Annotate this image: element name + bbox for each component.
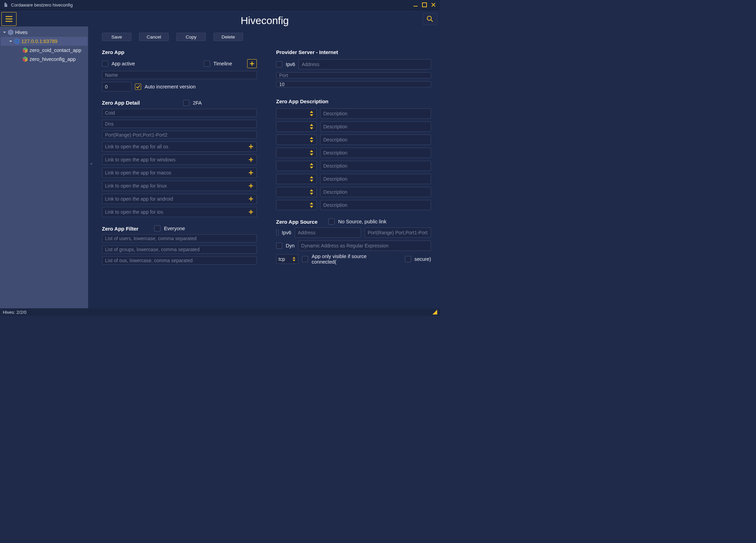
provider-port-input[interactable] bbox=[276, 72, 431, 78]
add-link-ios-button[interactable] bbox=[247, 208, 255, 216]
add-link-android-button[interactable] bbox=[247, 195, 255, 203]
hive-tree[interactable]: Hives 127.0.0.1:63789 zero_coid_contact bbox=[0, 26, 88, 308]
add-link-all-button[interactable] bbox=[247, 142, 255, 151]
spinner-arrows-icon[interactable] bbox=[309, 123, 315, 131]
provider-ipv6-checkbox[interactable] bbox=[276, 61, 282, 67]
window-controls bbox=[412, 1, 437, 8]
desc-input[interactable] bbox=[320, 161, 431, 171]
page-header: Hiveconfig bbox=[90, 11, 440, 30]
source-port-input[interactable] bbox=[365, 227, 431, 238]
link-ios-input[interactable] bbox=[102, 207, 247, 217]
search-button[interactable] bbox=[423, 13, 437, 25]
spinner-arrows-icon[interactable] bbox=[309, 162, 315, 170]
tree-leaf-label: zero_hiveconfig_app bbox=[30, 56, 76, 62]
timeline-checkbox[interactable] bbox=[204, 61, 210, 67]
no-source-checkbox[interactable] bbox=[328, 219, 335, 225]
provider-value-input[interactable] bbox=[276, 81, 431, 87]
only-visible-checkbox[interactable] bbox=[302, 256, 308, 262]
desc-input[interactable] bbox=[320, 135, 431, 145]
ous-input[interactable] bbox=[102, 256, 257, 265]
desc-input[interactable] bbox=[320, 148, 431, 158]
desc-row bbox=[276, 174, 431, 184]
port-range-input[interactable] bbox=[102, 131, 257, 139]
protocol-select[interactable]: tcp bbox=[276, 254, 298, 264]
resize-grip-icon[interactable] bbox=[432, 310, 437, 315]
dyn-checkbox[interactable] bbox=[276, 243, 282, 249]
add-link-macos-button[interactable] bbox=[247, 169, 255, 177]
spinner-arrows-icon[interactable] bbox=[309, 136, 315, 144]
add-link-windows-button[interactable] bbox=[247, 156, 255, 164]
link-android-input[interactable] bbox=[102, 194, 247, 204]
window-title: Cordaware bestzero hiveconfig bbox=[11, 2, 73, 8]
desc-order-spinner[interactable] bbox=[276, 187, 317, 197]
secure-label: secure) bbox=[414, 256, 431, 262]
close-button[interactable] bbox=[430, 1, 437, 8]
tree-leaf-hiveconfig[interactable]: zero_hiveconfig_app bbox=[1, 55, 87, 64]
spinner-arrows-icon[interactable] bbox=[309, 149, 315, 157]
desc-order-spinner[interactable] bbox=[276, 121, 317, 132]
caret-down-icon[interactable] bbox=[8, 40, 13, 43]
dns-input[interactable] bbox=[102, 120, 257, 128]
link-linux-input[interactable] bbox=[102, 181, 247, 191]
tree-leaf-coid[interactable]: zero_coid_contact_app bbox=[1, 46, 87, 55]
copy-button[interactable]: Copy bbox=[176, 33, 206, 41]
link-android-row bbox=[102, 194, 257, 204]
desc-input[interactable] bbox=[320, 200, 431, 210]
desc-order-spinner[interactable] bbox=[276, 174, 317, 184]
desc-row bbox=[276, 121, 431, 132]
tree-host[interactable]: 127.0.0.1:63789 bbox=[1, 37, 87, 46]
source-ipv6-checkbox[interactable] bbox=[276, 230, 279, 236]
add-link-linux-button[interactable] bbox=[247, 182, 255, 190]
secure-checkbox[interactable] bbox=[405, 256, 411, 262]
tree-root-hives[interactable]: Hives bbox=[1, 28, 87, 37]
link-ios-row bbox=[102, 207, 257, 217]
spinner-arrows-icon[interactable] bbox=[309, 188, 315, 196]
no-source-label: No Source, public link bbox=[338, 219, 386, 224]
coid-input[interactable] bbox=[102, 109, 257, 117]
link-all-input[interactable] bbox=[102, 142, 247, 151]
delete-button[interactable]: Delete bbox=[213, 33, 243, 41]
cancel-button[interactable]: Cancel bbox=[139, 33, 169, 41]
right-column: Provider Server - Internet Ipv6 Zero App… bbox=[276, 47, 431, 265]
statusbar: Hives: 2/2/0 bbox=[0, 308, 440, 316]
section-zero-app-source: Zero App Source bbox=[276, 219, 317, 225]
desc-order-spinner[interactable] bbox=[276, 135, 317, 145]
section-provider-server: Provider Server - Internet bbox=[276, 49, 431, 55]
spinner-arrows-icon[interactable] bbox=[292, 255, 297, 263]
link-windows-input[interactable] bbox=[102, 155, 247, 164]
save-button[interactable]: Save bbox=[102, 33, 132, 41]
version-input[interactable] bbox=[102, 82, 132, 92]
timeline-label: Timeline bbox=[213, 61, 232, 66]
svg-point-2 bbox=[427, 16, 431, 20]
everyone-checkbox[interactable] bbox=[154, 225, 160, 232]
maximize-button[interactable] bbox=[421, 1, 428, 8]
svg-rect-0 bbox=[413, 6, 418, 7]
desc-input[interactable] bbox=[320, 121, 431, 132]
desc-order-spinner[interactable] bbox=[276, 200, 317, 210]
minimize-button[interactable] bbox=[412, 1, 419, 8]
spinner-arrows-icon[interactable] bbox=[309, 175, 315, 183]
desc-order-spinner[interactable] bbox=[276, 148, 317, 158]
caret-down-icon[interactable] bbox=[2, 31, 7, 34]
twofa-checkbox[interactable] bbox=[183, 100, 189, 106]
spinner-arrows-icon[interactable] bbox=[309, 201, 315, 209]
desc-order-spinner[interactable] bbox=[276, 108, 317, 119]
spinner-arrows-icon[interactable] bbox=[309, 109, 315, 118]
users-input[interactable] bbox=[102, 234, 257, 243]
name-input[interactable] bbox=[102, 71, 257, 79]
dyn-address-input[interactable] bbox=[298, 241, 431, 251]
desc-row bbox=[276, 148, 431, 158]
desc-order-spinner[interactable] bbox=[276, 161, 317, 171]
link-macos-input[interactable] bbox=[102, 168, 247, 178]
dyn-label: Dyn bbox=[286, 243, 295, 248]
provider-address-input[interactable] bbox=[298, 59, 431, 70]
desc-input[interactable] bbox=[320, 187, 431, 197]
add-timeline-button[interactable] bbox=[247, 59, 257, 68]
desc-input[interactable] bbox=[320, 108, 431, 119]
auto-increment-checkbox[interactable] bbox=[135, 84, 141, 90]
groups-input[interactable] bbox=[102, 245, 257, 254]
source-address-input[interactable] bbox=[295, 227, 361, 238]
menu-button[interactable] bbox=[1, 12, 17, 26]
desc-input[interactable] bbox=[320, 174, 431, 184]
app-active-checkbox[interactable] bbox=[102, 61, 108, 67]
